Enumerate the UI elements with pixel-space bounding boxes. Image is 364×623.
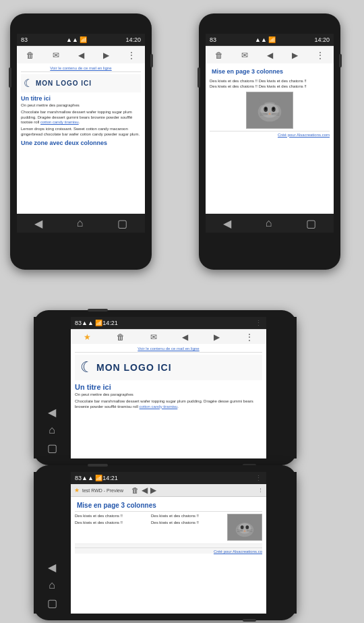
status-bar-1: 83 ▲▲ 📶 14:20 <box>17 34 145 46</box>
time-1: 14:20 <box>125 36 141 43</box>
trash-icon-3[interactable]: 🗑 <box>117 332 125 342</box>
email-content-3: Voir le contenu de ce mail en ligne ☾ Mo… <box>71 344 266 458</box>
col2-para2-4: Des kiwis et des chatons !! <box>151 521 224 526</box>
col-title-4: Mise en page 3 colonnes <box>75 500 262 512</box>
footer-area-4: Créé pour Alsacreations.co <box>75 543 262 554</box>
toolbar-1: 🗑 ✉ ◀ ▶ ⋮ <box>17 46 145 63</box>
footer-2[interactable]: Créé pour Alsacreations.com <box>210 131 330 137</box>
col1-para2-4: Des kiwis et des chatons !! <box>75 521 148 526</box>
time-2: 14:20 <box>314 36 330 43</box>
svg-point-20 <box>245 525 249 529</box>
email-title2-1: Une zone avec deux colonnes <box>21 140 141 146</box>
nav-square-1[interactable]: ▢ <box>117 217 127 230</box>
svg-point-16 <box>239 523 251 533</box>
col1-para1-4: Des kiwis et des chatons !! <box>75 514 148 519</box>
landscape-nav-left-3: ◀ ⌂ ▢ <box>34 317 70 458</box>
tab-label-4: test RWD - Preview <box>82 488 123 493</box>
menu-icon-3[interactable]: ⋮ <box>255 319 262 328</box>
email-para1-3: On peut mettre des paragraphes <box>75 392 262 398</box>
nav-home-4[interactable]: ⌂ <box>49 579 55 591</box>
back-icon-2[interactable]: ◀ <box>267 51 273 60</box>
menu-icon-4[interactable]: ⋮ <box>255 474 262 483</box>
logo-area-3: ☾ Mon LOGO ICI <box>75 355 262 380</box>
power-button-4[interactable] <box>243 619 256 622</box>
email-para1-1: On peut mettre des paragraphes <box>21 103 141 109</box>
forward-icon-3[interactable]: ▶ <box>214 332 220 342</box>
power-button[interactable] <box>150 54 153 67</box>
time-4: 14:21 <box>102 475 118 481</box>
battery-2: 83 <box>210 36 216 43</box>
footer-4[interactable]: Créé pour Alsacreations.co <box>75 547 262 554</box>
col3-4 <box>227 514 262 541</box>
nav-back-2[interactable]: ◀ <box>223 217 231 230</box>
more-addr-4[interactable]: ⋮ <box>258 487 263 493</box>
view-link-1[interactable]: Voir le contenu de ce mail en ligne <box>21 66 141 72</box>
nav-home-2[interactable]: ⌂ <box>266 217 272 229</box>
phone4-screen: 83 ▲▲ 📶 14:21 ⋮ ★ test RWD - Preview 🗑 ◀… <box>71 472 266 614</box>
forward-icon-1[interactable]: ▶ <box>103 51 109 60</box>
nav-square-4[interactable]: ▢ <box>47 597 57 610</box>
star-icon-3: ★ <box>84 332 91 342</box>
nav-bar-2: ◀ ⌂ ▢ <box>206 214 334 233</box>
power-button-2[interactable] <box>339 54 342 67</box>
email-icon-1[interactable]: ✉ <box>53 51 59 60</box>
email-link-3[interactable]: cotton candy tiramisu <box>140 405 178 409</box>
nav-back-3[interactable]: ◀ <box>48 406 56 419</box>
fwd-addr-4[interactable]: ▶ <box>150 485 156 495</box>
trash-icon-1[interactable]: 🗑 <box>26 51 34 60</box>
trash-addr-4[interactable]: 🗑 <box>131 486 139 494</box>
back-addr-4[interactable]: ◀ <box>142 485 148 495</box>
landscape-right-4 <box>267 472 297 614</box>
nav-home-3[interactable]: ⌂ <box>49 424 55 436</box>
back-icon-3[interactable]: ◀ <box>182 332 188 342</box>
phone-3: ◀ ⌂ ▢ 83 ▲▲ 📶 14:21 ⋮ ★ 🗑 ✉ ◀ ▶ ⋮ Voir l… <box>34 310 297 465</box>
view-link-3[interactable]: Voir le contenu de ce mail en ligne <box>75 347 262 353</box>
cat-image-2 <box>246 92 293 129</box>
email-icon-3[interactable]: ✉ <box>150 332 157 342</box>
svg-point-8 <box>272 107 274 110</box>
email-para2-1: Chocolate bar marshmallow dessert wafer … <box>21 110 141 125</box>
phone2-screen: 83 ▲▲ 📶 14:20 🗑 ✉ ◀ ▶ ⋮ Mise en page 3 c… <box>206 34 334 233</box>
menu-dots-3[interactable]: ⋮ <box>245 332 253 342</box>
battery-3: 83 <box>75 320 82 326</box>
nav-back-4[interactable]: ◀ <box>48 561 56 574</box>
email-title1-3: Un titre ici <box>75 383 262 391</box>
signal-1: ▲▲ 📶 <box>66 36 87 43</box>
email-link-1[interactable]: cotton candy tiramisu <box>40 120 79 124</box>
menu-icon-2[interactable]: ⋮ <box>316 51 324 60</box>
email-title1-1: Un titre ici <box>21 95 141 102</box>
status-bar-2: 83 ▲▲ 📶 14:20 <box>206 34 334 46</box>
address-bar-4: ★ test RWD - Preview 🗑 ◀ ▶ ⋮ <box>71 484 266 497</box>
nav-square-3[interactable]: ▢ <box>47 442 57 454</box>
toolbar-2: 🗑 ✉ ◀ ▶ ⋮ <box>206 46 334 63</box>
email-icon-2[interactable]: ✉ <box>241 51 248 60</box>
menu-icon-1[interactable]: ⋮ <box>127 51 135 60</box>
volume-button-4[interactable] <box>88 464 108 467</box>
phone-1: 83 ▲▲ 📶 14:20 🗑 ✉ ◀ ▶ ⋮ Voir le contenu … <box>10 13 152 270</box>
phone3-screen: 83 ▲▲ 📶 14:21 ⋮ ★ 🗑 ✉ ◀ ▶ ⋮ Voir le cont… <box>71 317 266 458</box>
col-layout-4: Des kiwis et des chatons !! Des kiwis et… <box>75 514 262 541</box>
status-bar-4: 83 ▲▲ 📶 14:21 ⋮ <box>71 472 266 484</box>
nav-home-1[interactable]: ⌂ <box>77 217 84 229</box>
volume-button[interactable] <box>9 67 11 88</box>
col-body-2: Des kiwis et des chatons !! Des kiwis et… <box>210 79 330 90</box>
volume-button-3[interactable] <box>88 309 108 312</box>
logo-area-1: ☾ Mon LOGO ICI <box>21 74 141 92</box>
signal-3: ▲▲ 📶 <box>82 320 102 326</box>
svg-point-7 <box>265 107 267 110</box>
trash-icon-2[interactable]: 🗑 <box>215 51 223 60</box>
signal-4: ▲▲ 📶 <box>82 475 102 481</box>
back-icon-1[interactable]: ◀ <box>78 51 84 60</box>
logo-text-3: Mon LOGO ICI <box>96 362 172 373</box>
forward-icon-2[interactable]: ▶ <box>292 51 298 60</box>
logo-icon-3: ☾ <box>80 359 94 376</box>
col2-para1-4: Des kiwis et des chatons !! <box>151 514 224 519</box>
nav-back-1[interactable]: ◀ <box>34 217 42 230</box>
logo-text-1: Mon LOGO ICI <box>36 80 92 87</box>
volume-button-2[interactable] <box>198 67 200 88</box>
col-title-2: Mise en page 3 colonnes <box>210 66 330 77</box>
email-content-4: Mise en page 3 colonnes Des kiwis et des… <box>71 497 266 614</box>
nav-square-2[interactable]: ▢ <box>306 217 316 230</box>
logo-icon-1: ☾ <box>24 77 33 90</box>
col-text-2: Des kiwis et des chatons !! Des kiwis et… <box>210 79 330 90</box>
